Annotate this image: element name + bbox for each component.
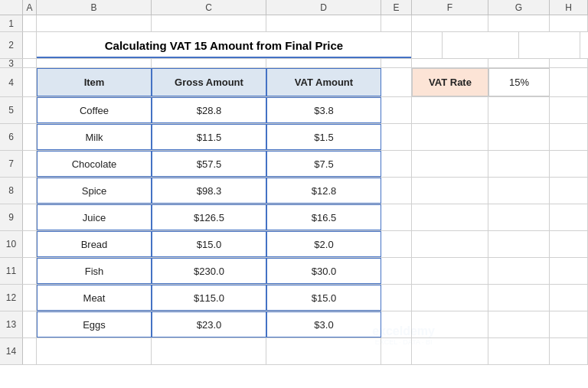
cell-e5[interactable]: [381, 97, 412, 123]
cell-h11[interactable]: [550, 258, 588, 284]
cell-a5[interactable]: [23, 97, 37, 123]
cell-vat-8[interactable]: $3.0: [266, 311, 381, 337]
cell-h10[interactable]: [550, 231, 588, 257]
cell-c1[interactable]: [152, 15, 266, 31]
cell-item-6[interactable]: Fish: [37, 258, 152, 284]
cell-a7[interactable]: [23, 151, 37, 177]
cell-e1[interactable]: [381, 15, 412, 31]
cell-h6[interactable]: [550, 124, 588, 150]
cell-vat-7[interactable]: $15.0: [266, 285, 381, 311]
cell-g14[interactable]: [488, 338, 550, 364]
cell-f3[interactable]: [412, 59, 488, 67]
col-header-e[interactable]: E: [381, 0, 412, 15]
cell-a13[interactable]: [23, 311, 37, 337]
cell-h14[interactable]: [550, 338, 588, 364]
cell-h3[interactable]: [550, 59, 588, 67]
cell-a4[interactable]: [23, 68, 37, 96]
cell-a10[interactable]: [23, 231, 37, 257]
cell-g6[interactable]: [488, 124, 550, 150]
cell-a1[interactable]: [23, 15, 37, 31]
cell-e4[interactable]: [381, 68, 412, 96]
cell-f6[interactable]: [412, 124, 488, 150]
cell-item-8[interactable]: Eggs: [37, 311, 152, 337]
cell-title[interactable]: Calculating VAT 15 Amount from Final Pri…: [37, 32, 412, 58]
cell-h13[interactable]: [550, 311, 588, 337]
cell-h4[interactable]: [550, 68, 588, 96]
cell-g5[interactable]: [488, 97, 550, 123]
cell-vat-1[interactable]: $1.5: [266, 124, 381, 150]
cell-gross-5[interactable]: $15.0: [152, 231, 266, 257]
col-header-a[interactable]: A: [23, 0, 37, 15]
cell-g8[interactable]: [488, 178, 550, 204]
col-header-d[interactable]: D: [266, 0, 381, 15]
cell-gross-0[interactable]: $28.8: [152, 97, 266, 123]
cell-a2[interactable]: [23, 32, 37, 58]
cell-e13[interactable]: [381, 311, 412, 337]
cell-f2[interactable]: [443, 32, 519, 58]
cell-g11[interactable]: [488, 258, 550, 284]
cell-gross-7[interactable]: $115.0: [152, 285, 266, 311]
cell-f8[interactable]: [412, 178, 488, 204]
cell-f1[interactable]: [412, 15, 488, 31]
cell-item-5[interactable]: Bread: [37, 231, 152, 257]
cell-item-0[interactable]: Coffee: [37, 97, 152, 123]
cell-g9[interactable]: [488, 204, 550, 230]
cell-b3[interactable]: [37, 59, 152, 67]
cell-vat-3[interactable]: $12.8: [266, 178, 381, 204]
cell-vat-4[interactable]: $16.5: [266, 204, 381, 230]
cell-e8[interactable]: [381, 178, 412, 204]
col-header-c[interactable]: C: [152, 0, 266, 15]
cell-e2[interactable]: [412, 32, 443, 58]
cell-gross-2[interactable]: $57.5: [152, 151, 266, 177]
cell-f11[interactable]: [412, 258, 488, 284]
cell-h8[interactable]: [550, 178, 588, 204]
cell-f12[interactable]: [412, 285, 488, 311]
cell-f13[interactable]: [412, 311, 488, 337]
cell-a3[interactable]: [23, 59, 37, 67]
cell-d14[interactable]: [266, 338, 381, 364]
cell-c3[interactable]: [152, 59, 266, 67]
cell-vat-0[interactable]: $3.8: [266, 97, 381, 123]
col-header-vat[interactable]: VAT Amount: [266, 68, 381, 96]
cell-e14[interactable]: [381, 338, 412, 364]
col-header-item[interactable]: Item: [37, 68, 152, 96]
cell-f5[interactable]: [412, 97, 488, 123]
cell-gross-1[interactable]: $11.5: [152, 124, 266, 150]
cell-item-1[interactable]: Milk: [37, 124, 152, 150]
cell-e6[interactable]: [381, 124, 412, 150]
cell-h12[interactable]: [550, 285, 588, 311]
vat-rate-label[interactable]: VAT Rate: [412, 68, 488, 96]
col-header-gross[interactable]: Gross Amount: [152, 68, 266, 96]
cell-a6[interactable]: [23, 124, 37, 150]
cell-gross-3[interactable]: $98.3: [152, 178, 266, 204]
cell-gross-8[interactable]: $23.0: [152, 311, 266, 337]
cell-d3[interactable]: [266, 59, 381, 67]
cell-item-7[interactable]: Meat: [37, 285, 152, 311]
cell-d1[interactable]: [266, 15, 381, 31]
cell-h9[interactable]: [550, 204, 588, 230]
cell-item-2[interactable]: Chocolate: [37, 151, 152, 177]
cell-g10[interactable]: [488, 231, 550, 257]
cell-e12[interactable]: [381, 285, 412, 311]
col-header-f[interactable]: F: [412, 0, 488, 15]
cell-vat-5[interactable]: $2.0: [266, 231, 381, 257]
cell-vat-6[interactable]: $30.0: [266, 258, 381, 284]
cell-b1[interactable]: [37, 15, 152, 31]
cell-g7[interactable]: [488, 151, 550, 177]
cell-e10[interactable]: [381, 231, 412, 257]
col-header-b[interactable]: B: [37, 0, 152, 15]
cell-f7[interactable]: [412, 151, 488, 177]
cell-g2[interactable]: [519, 32, 580, 58]
cell-f10[interactable]: [412, 231, 488, 257]
cell-c14[interactable]: [152, 338, 266, 364]
vat-rate-value[interactable]: 15%: [488, 68, 550, 96]
cell-gross-6[interactable]: $230.0: [152, 258, 266, 284]
cell-g1[interactable]: [488, 15, 550, 31]
cell-e3[interactable]: [381, 59, 412, 67]
cell-a12[interactable]: [23, 285, 37, 311]
cell-h2[interactable]: [580, 32, 588, 58]
cell-h5[interactable]: [550, 97, 588, 123]
cell-item-3[interactable]: Spice: [37, 178, 152, 204]
cell-g13[interactable]: [488, 311, 550, 337]
cell-f14[interactable]: [412, 338, 488, 364]
